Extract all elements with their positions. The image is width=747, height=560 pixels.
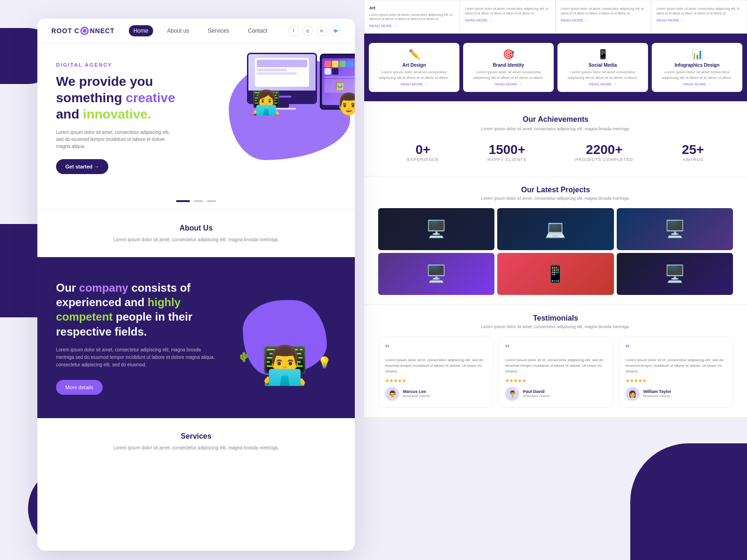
company-text: Our company consists of experienced and … <box>56 280 219 395</box>
service-art-design: ✏️ Art Design Lorem ipsum dolor sit amet… <box>369 43 459 91</box>
facebook-icon[interactable]: f <box>289 26 299 36</box>
project-2-inner: 💻 <box>497 208 613 250</box>
stat-experience-number: 0+ <box>407 142 439 157</box>
monitor-group: 🖼️ 👩‍💻 👨 <box>247 53 355 110</box>
hero-title: We provide you something creative and in… <box>56 73 196 122</box>
top-cards-strip: Art Lorem ipsum dolor sit amet, consecte… <box>364 0 747 34</box>
stat-clients-number: 1500+ <box>487 142 527 157</box>
get-started-button[interactable]: Get started → <box>56 159 108 174</box>
stats-row: 0+ EXPERIENCE 1500+ HAPPY CLIENTS 2200+ … <box>383 142 728 162</box>
testimonial-2: " Lorem ipsum dolor sit et, consectetur … <box>498 336 613 408</box>
testimonial-2-stars: ★★★★★ <box>505 378 606 383</box>
tablet-preview: 🖼️ <box>324 79 355 93</box>
about-description: Lorem ipsum dolor sit amet, consectetur … <box>56 236 336 243</box>
hero-title-innovative: innovative. <box>83 107 151 121</box>
project-thumb-3[interactable]: 🖥️ <box>617 208 733 250</box>
reviewer-1-name: Marcus Lee <box>403 389 430 394</box>
logo: ROOT C NNECT <box>51 27 115 35</box>
tablet-divider <box>324 77 355 77</box>
services-title: Services <box>56 432 336 441</box>
person-illustration-2: 👨 <box>336 93 355 114</box>
testimonials-section: Testimonials Lorem ipsum dolor sit amet,… <box>364 304 747 417</box>
person-icon: 👩‍💻 <box>252 91 281 114</box>
reviewer-2: 👨‍💼 Paul David Business Owner <box>505 387 606 401</box>
project-thumb-5[interactable]: 📱 <box>497 253 613 295</box>
brand-identity-desc: Lorem ipsum dolor sit amet consectetur a… <box>469 70 548 80</box>
project-thumb-1[interactable]: 🖥️ <box>378 208 494 250</box>
stat-experience: 0+ EXPERIENCE <box>407 142 439 162</box>
stat-awards: 25+ AWARDS <box>682 142 704 162</box>
reviewer-2-role: Business Owner <box>523 394 550 398</box>
testimonial-2-text: Lorem ipsum dolor sit et, consectetur ad… <box>505 357 606 374</box>
dot-2[interactable] <box>194 200 203 202</box>
stat-clients: 1500+ HAPPY CLIENTS <box>487 142 527 162</box>
reviewer-2-avatar: 👨‍💼 <box>505 387 519 401</box>
swatch-green <box>339 61 346 67</box>
project-4-icon: 🖥️ <box>426 264 447 284</box>
project-thumb-4[interactable]: 🖥️ <box>378 253 494 295</box>
project-thumb-6[interactable]: 🖥️ <box>617 253 733 295</box>
logo-text-part1: ROOT C <box>51 27 79 35</box>
read-more-1[interactable]: READ MORE → <box>369 23 455 28</box>
project-thumb-2[interactable]: 💻 <box>497 208 613 250</box>
office-icon: 👨‍💻 <box>261 344 308 386</box>
company-title-text1: Our <box>56 281 79 294</box>
more-details-button[interactable]: More details <box>56 380 103 395</box>
read-more-4[interactable]: READ MORE → <box>656 18 742 23</box>
testimonial-3-stars: ★★★★★ <box>626 378 726 383</box>
swatch-red <box>324 61 331 67</box>
achievements-desc: Lorem ipsum dolor sit amet, consectetur … <box>383 126 728 131</box>
art-design-name: Art Design <box>374 63 454 68</box>
nav-about[interactable]: About us <box>162 25 194 36</box>
nav-links: Home About us Services Contact <box>129 25 289 36</box>
main-container: ROOT C NNECT Home About us Services Cont… <box>0 0 747 560</box>
nav-home[interactable]: Home <box>129 25 153 36</box>
stat-projects-label: PROJECTS COMPLETED <box>575 157 634 162</box>
right-panel: Art Lorem ipsum dolor sit amet, consecte… <box>364 0 747 560</box>
brand-identity-name: Brand Identity <box>469 63 548 68</box>
swatch-light <box>324 68 331 75</box>
reviewer-2-avatar-icon: 👨‍💼 <box>508 390 516 398</box>
company-illustration: 👨‍💻 💡 🌵 <box>233 291 336 384</box>
social-media-read-more[interactable]: READ MORE → <box>563 82 642 86</box>
quote-icon-3: " <box>626 343 726 355</box>
twitter-icon[interactable]: 🐦 <box>331 26 341 36</box>
reviewer-3-name: William Taylor <box>643 389 671 394</box>
read-more-2[interactable]: READ MORE → <box>465 18 550 23</box>
company-section: Our company consists of experienced and … <box>37 257 355 418</box>
nav-services[interactable]: Services <box>203 25 234 36</box>
read-more-3[interactable]: READ MORE → <box>561 18 646 23</box>
social-media-icon: 📱 <box>563 49 642 60</box>
reviewer-3-avatar-icon: 👩 <box>628 390 636 398</box>
infographics-read-more[interactable]: READ MORE → <box>657 82 737 86</box>
reviewer-2-info: Paul David Business Owner <box>523 389 550 398</box>
reviewer-2-name: Paul David <box>523 389 550 394</box>
stat-awards-label: AWARDS <box>682 157 704 162</box>
swatch-yellow <box>332 61 338 67</box>
reviewer-1-info: Marcus Lee Business Owner <box>403 389 430 398</box>
art-design-read-more[interactable]: READ MORE → <box>374 82 454 86</box>
service-brand-identity: 🎯 Brand Identity Lorem ipsum dolor sit a… <box>463 43 554 91</box>
projects-grid: 🖥️ 💻 🖥️ 🖥️ <box>378 208 733 295</box>
logo-text-part2: NNECT <box>90 27 114 35</box>
top-card-4: Lorem ipsum dolor sit amet, consectetur … <box>651 0 747 34</box>
reviewer-1-role: Business Owner <box>403 394 430 398</box>
top-card-1: Art Lorem ipsum dolor sit amet, consecte… <box>364 0 460 34</box>
instagram-icon[interactable]: ◎ <box>303 26 313 36</box>
dot-1[interactable] <box>176 200 190 202</box>
stat-projects-number: 2200+ <box>575 142 634 157</box>
brand-identity-icon: 🎯 <box>469 49 548 60</box>
stat-projects: 2200+ PROJECTS COMPLETED <box>575 142 634 162</box>
testimonial-3-text: Lorem ipsum dolor sit et, consectetur ad… <box>626 357 726 374</box>
reviewer-3-role: Business Owner <box>643 394 671 398</box>
dot-3[interactable] <box>207 200 216 202</box>
monitor-screen-content <box>248 54 316 91</box>
monitor-mockup <box>255 58 309 87</box>
hero-section: DIGITAL AGENCY We provide you something … <box>37 43 355 193</box>
testimonial-1: " Lorem ipsum dolor sit et, consectetur … <box>378 336 493 408</box>
art-design-icon: ✏️ <box>374 49 454 60</box>
linkedin-icon[interactable]: in <box>317 26 327 36</box>
nav-contact[interactable]: Contact <box>243 25 272 36</box>
brand-identity-read-more[interactable]: READ MORE → <box>469 82 548 86</box>
projects-section: Our Latest Projects Lorem ipsum dolor si… <box>364 176 747 304</box>
